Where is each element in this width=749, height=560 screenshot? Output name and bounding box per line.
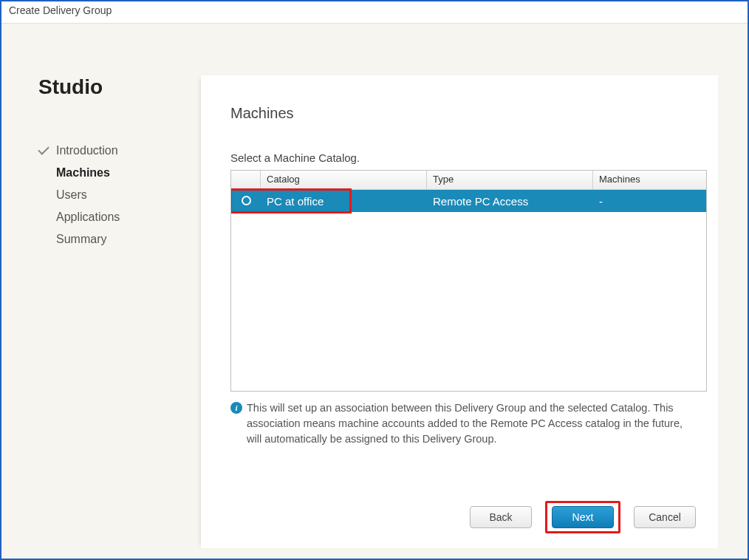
wizard-body: Studio Introduction Machines Users Appli… xyxy=(1,24,748,559)
nav-step-label: Applications xyxy=(56,211,120,223)
table-header: Catalog Type Machines xyxy=(231,171,706,190)
nav-step-summary[interactable]: Summary xyxy=(38,228,194,250)
nav-step-introduction[interactable]: Introduction xyxy=(38,140,194,162)
button-row: Back Next Cancel xyxy=(470,501,696,533)
column-header-radio xyxy=(231,171,261,190)
nav-step-users[interactable]: Users xyxy=(38,184,194,206)
brand-label: Studio xyxy=(38,75,194,99)
column-header-catalog[interactable]: Catalog xyxy=(261,171,427,190)
nav-step-label: Summary xyxy=(56,233,106,245)
column-header-machines[interactable]: Machines xyxy=(593,171,706,190)
section-label: Select a Machine Catalog. xyxy=(230,151,696,164)
highlight-annotation-next: Next xyxy=(545,501,620,533)
wizard-window: Create Delivery Group Studio Introductio… xyxy=(0,0,749,560)
catalog-row-machines: - xyxy=(593,195,706,208)
catalog-table: Catalog Type Machines PC at office Remot… xyxy=(230,170,707,392)
info-row: i This will set up an association betwee… xyxy=(230,400,696,447)
back-button[interactable]: Back xyxy=(470,506,532,528)
main-panel: Machines Select a Machine Catalog. Catal… xyxy=(201,75,718,548)
catalog-row-name: PC at office xyxy=(261,195,427,208)
nav-step-machines[interactable]: Machines xyxy=(38,162,194,184)
nav-step-label: Machines xyxy=(56,166,110,179)
info-text: This will set up an association between … xyxy=(247,400,696,447)
nav-step-label: Users xyxy=(56,188,87,201)
column-header-type[interactable]: Type xyxy=(427,171,593,190)
catalog-row-radio-cell[interactable] xyxy=(231,195,261,208)
window-title: Create Delivery Group xyxy=(1,1,748,24)
page-heading: Machines xyxy=(230,105,696,122)
info-icon: i xyxy=(230,402,242,414)
nav-step-label: Introduction xyxy=(56,144,118,157)
radio-icon[interactable] xyxy=(242,196,251,205)
catalog-row[interactable]: PC at office Remote PC Access - xyxy=(231,190,706,212)
wizard-sidebar: Studio Introduction Machines Users Appli… xyxy=(38,75,194,250)
cancel-button[interactable]: Cancel xyxy=(634,506,696,528)
catalog-row-type: Remote PC Access xyxy=(427,195,593,208)
nav-step-applications[interactable]: Applications xyxy=(38,206,194,228)
next-button[interactable]: Next xyxy=(552,506,614,528)
